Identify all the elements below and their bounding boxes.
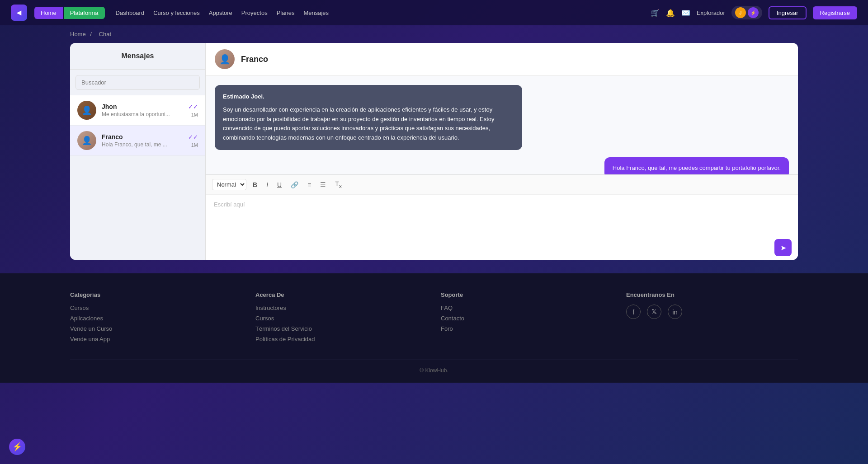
nav-link-cursos[interactable]: Curso y lecciones — [153, 9, 200, 16]
check-icon: ✓✓ — [188, 134, 198, 141]
chat-header: 👤 Franco — [206, 43, 798, 76]
footer-link-cursos-about[interactable]: Cursos — [255, 315, 427, 322]
chat-messages: Estimado Joel. Soy un desarrollador con … — [206, 76, 798, 174]
contact-time: 1M — [191, 142, 198, 148]
nav-links: Dashboard Curso y lecciones Appstore Pro… — [116, 9, 651, 16]
bold-button[interactable]: B — [250, 179, 260, 190]
footer-grid: Categorías Cursos Aplicaciones Vende un … — [70, 291, 798, 346]
explorador-label: Explorador — [697, 9, 725, 16]
navbar: ◄ Home Plataforma Dashboard Curso y lecc… — [0, 0, 868, 25]
breadcrumb: Home / Chat — [0, 25, 868, 43]
message-salutation: Estimado Joel. — [223, 92, 514, 102]
contact-list: 👤 Jhon Me entusiasma la oportuni... ✓✓ 1… — [70, 95, 205, 156]
footer-social: Encuentranos En f 𝕏 in — [626, 291, 798, 346]
footer-categories-title: Categorías — [70, 291, 242, 298]
editor-placeholder: Escribí aquí — [214, 201, 245, 208]
contact-time: 1M — [191, 112, 198, 117]
sidebar-title: Mensajes — [70, 43, 205, 70]
message-sent: Hola Franco, que tal, me puedes comparti… — [604, 157, 789, 174]
nav-link-mensajes[interactable]: Mensajes — [303, 9, 329, 16]
avatar-secondary: ⚡ — [748, 7, 759, 18]
nav-link-planes[interactable]: Planes — [277, 9, 295, 16]
editor-toolbar: Normal B I U 🔗 ≡ ☰ Tx — [206, 175, 798, 195]
breadcrumb-current: Chat — [99, 31, 111, 37]
format-select[interactable]: Normal — [212, 179, 246, 190]
check-icon: ✓✓ — [188, 103, 198, 110]
contact-meta: ✓✓ 1M — [188, 134, 198, 148]
ordered-list-button[interactable]: ≡ — [305, 179, 314, 190]
facebook-icon[interactable]: f — [626, 305, 641, 319]
logo-icon[interactable]: ◄ — [11, 5, 27, 21]
lightning-badge[interactable]: ⚡ — [9, 439, 25, 455]
clear-format-button[interactable]: Tx — [332, 178, 344, 191]
footer-link-terminos[interactable]: Términos del Servicio — [255, 325, 427, 332]
list-item[interactable]: 👤 Jhon Me entusiasma la oportuni... ✓✓ 1… — [70, 95, 205, 126]
contact-info: Jhon Me entusiasma la oportuni... — [102, 103, 188, 117]
contact-meta: ✓✓ 1M — [188, 103, 198, 117]
contact-info: Franco Hola Franco, que tal, me ... — [102, 133, 188, 148]
footer-link-instructores[interactable]: Instructores — [255, 305, 427, 311]
footer-link-aplicaciones[interactable]: Aplicaciones — [70, 315, 242, 322]
chat-contact-name: Franco — [241, 55, 268, 64]
footer-link-politicas[interactable]: Políticas de Privacidad — [255, 336, 427, 342]
avatar-group[interactable]: J ⚡ — [731, 6, 762, 19]
footer-support-title: Soporte — [441, 291, 613, 298]
chat-editor: Normal B I U 🔗 ≡ ☰ Tx Escribí aquí ➤ — [206, 174, 798, 260]
footer-categories: Categorías Cursos Aplicaciones Vende un … — [70, 291, 242, 346]
avatar: 👤 — [215, 49, 235, 69]
contact-preview: Me entusiasma la oportuni... — [102, 111, 188, 117]
breadcrumb-separator: / — [90, 31, 92, 37]
footer-support: Soporte FAQ Contacto Foro — [441, 291, 613, 346]
send-button[interactable]: ➤ — [774, 239, 792, 256]
contact-preview: Hola Franco, que tal, me ... — [102, 141, 188, 148]
ingresar-button[interactable]: Ingresar — [769, 6, 807, 19]
message-body: Hola Franco, que tal, me puedes comparti… — [613, 164, 781, 171]
plataforma-button[interactable]: Plataforma — [64, 7, 105, 19]
footer-about-title: Acerca De — [255, 291, 427, 298]
message-received: Estimado Joel. Soy un desarrollador con … — [215, 85, 522, 150]
message-input[interactable]: Escribí aquí — [206, 195, 798, 235]
list-item[interactable]: 👤 Franco Hola Franco, que tal, me ... ✓✓… — [70, 126, 205, 156]
message-body: Soy un desarrollador con experiencia en … — [223, 105, 514, 143]
footer-link-foro[interactable]: Foro — [441, 325, 613, 332]
chat-sidebar: Mensajes 👤 Jhon Me entusiasma la oportun… — [70, 43, 206, 260]
link-button[interactable]: 🔗 — [288, 179, 301, 190]
search-input[interactable] — [75, 75, 200, 90]
underline-button[interactable]: U — [274, 179, 284, 190]
unordered-list-button[interactable]: ☰ — [317, 179, 329, 190]
contact-name: Franco — [102, 133, 188, 141]
footer-link-faq[interactable]: FAQ — [441, 305, 613, 311]
avatar: 👤 — [77, 101, 96, 120]
main-card: Mensajes 👤 Jhon Me entusiasma la oportun… — [70, 43, 798, 260]
footer-link-vende-curso[interactable]: Vende un Curso — [70, 325, 242, 332]
bell-icon[interactable]: 🔔 — [666, 9, 675, 17]
footer-copyright: © KlowHub. — [70, 360, 798, 374]
linkedin-icon[interactable]: in — [668, 305, 682, 319]
chat-main: 👤 Franco Estimado Joel. Soy un desarroll… — [206, 43, 798, 260]
nav-link-dashboard[interactable]: Dashboard — [116, 9, 145, 16]
nav-link-proyectos[interactable]: Proyectos — [241, 9, 268, 16]
footer-about: Acerca De Instructores Cursos Términos d… — [255, 291, 427, 346]
registrarse-button[interactable]: Registrarse — [813, 6, 857, 19]
editor-footer: ➤ — [206, 235, 798, 260]
footer-link-cursos[interactable]: Cursos — [70, 305, 242, 311]
contact-name: Jhon — [102, 103, 188, 110]
avatar: 👤 — [77, 131, 96, 150]
italic-button[interactable]: I — [264, 179, 271, 190]
nav-link-appstore[interactable]: Appstore — [209, 9, 232, 16]
footer-social-title: Encuentranos En — [626, 291, 798, 298]
mail-icon[interactable]: ✉️ — [681, 9, 690, 17]
home-button[interactable]: Home — [34, 7, 63, 19]
breadcrumb-home[interactable]: Home — [70, 31, 86, 37]
footer-link-contacto[interactable]: Contacto — [441, 315, 613, 322]
footer-link-vende-app[interactable]: Vende una App — [70, 336, 242, 342]
avatar-primary: J — [735, 7, 746, 18]
social-icons: f 𝕏 in — [626, 305, 798, 319]
search-box — [75, 75, 200, 90]
cart-icon[interactable]: 🛒 — [651, 9, 660, 17]
twitter-icon[interactable]: 𝕏 — [647, 305, 661, 319]
footer: Categorías Cursos Aplicaciones Vende un … — [0, 273, 868, 383]
